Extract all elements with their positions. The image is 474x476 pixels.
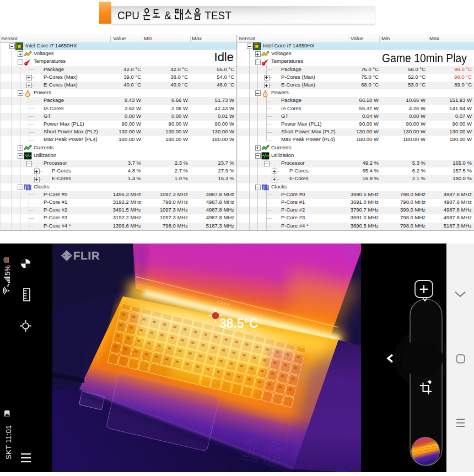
- svg-text:5%: 5%: [3, 265, 12, 275]
- svg-text:SKT 11:01: SKT 11:01: [4, 425, 13, 459]
- svg-text:38.5°C: 38.5°C: [219, 316, 258, 331]
- svg-text:FLIR: FLIR: [73, 250, 100, 262]
